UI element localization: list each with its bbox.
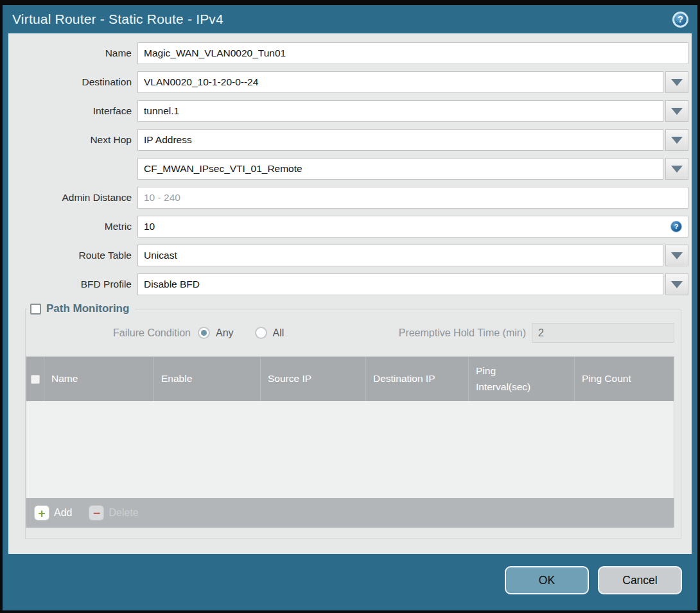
path-monitoring-section: Path Monitoring Failure Condition Any Al… xyxy=(25,302,681,539)
dialog-footer: OK Cancel xyxy=(3,554,697,610)
table-header-row: Name Enable Source IP Destination IP Pin… xyxy=(26,357,674,401)
destination-control xyxy=(137,71,688,93)
destination-label: Destination xyxy=(8,76,137,88)
admin-distance-input[interactable] xyxy=(137,187,688,209)
next-hop-address-control xyxy=(137,158,688,180)
path-monitoring-checkbox[interactable] xyxy=(30,304,41,315)
dialog-title: Virtual Router - Static Route - IPv4 xyxy=(12,12,223,27)
route-table-dropdown-button[interactable] xyxy=(665,245,688,266)
next-hop-type-input[interactable] xyxy=(137,129,663,151)
path-monitoring-legend: Path Monitoring xyxy=(28,302,135,315)
route-table-input[interactable] xyxy=(137,245,663,266)
path-monitoring-title: Path Monitoring xyxy=(46,302,129,315)
next-hop-control xyxy=(137,129,688,151)
name-label: Name xyxy=(8,47,137,59)
admin-distance-control xyxy=(137,187,688,209)
table-header-enable: Enable xyxy=(154,357,261,401)
next-hop-row: Next Hop xyxy=(8,129,688,151)
select-all-checkbox[interactable] xyxy=(31,375,40,384)
static-route-dialog: Virtual Router - Static Route - IPv4 ? N… xyxy=(3,5,697,610)
bfd-profile-input[interactable] xyxy=(137,273,663,295)
next-hop-label: Next Hop xyxy=(8,134,137,146)
metric-row: Metric ? xyxy=(8,216,688,237)
failure-condition-row: Failure Condition Any All Preemptive Hol… xyxy=(26,323,674,343)
failure-condition-radio-all[interactable] xyxy=(255,327,267,339)
metric-input[interactable] xyxy=(137,216,688,237)
chevron-down-icon xyxy=(671,79,683,86)
metric-help-icon[interactable]: ? xyxy=(670,221,682,232)
interface-label: Interface xyxy=(8,105,137,117)
table-header-name: Name xyxy=(44,357,154,401)
destination-dropdown-button[interactable] xyxy=(665,71,688,93)
delete-button-label: Delete xyxy=(109,507,138,519)
chevron-down-icon xyxy=(671,166,683,173)
dialog-frame: Virtual Router - Static Route - IPv4 ? N… xyxy=(0,0,700,613)
preemptive-hold-time-label: Preemptive Hold Time (min) xyxy=(399,327,526,339)
delete-button[interactable]: − Delete xyxy=(89,506,138,520)
add-button-label: Add xyxy=(54,507,72,519)
table-header-ping-interval: Ping Interval(sec) xyxy=(469,357,575,401)
bfd-profile-label: BFD Profile xyxy=(8,279,137,290)
route-table-label: Route Table xyxy=(8,250,137,261)
plus-icon: + xyxy=(35,506,49,520)
table-header-select-all-cell xyxy=(26,357,44,401)
metric-control: ? xyxy=(137,216,688,237)
route-table-control xyxy=(137,245,688,266)
chevron-down-icon xyxy=(671,108,683,115)
table-header-destination-ip: Destination IP xyxy=(366,357,469,401)
path-monitoring-table: Name Enable Source IP Destination IP Pin… xyxy=(26,356,674,528)
table-header-source-ip: Source IP xyxy=(261,357,366,401)
interface-row: Interface xyxy=(8,100,688,122)
help-icon[interactable]: ? xyxy=(672,12,688,28)
name-row: Name xyxy=(8,42,688,64)
route-table-row: Route Table xyxy=(8,245,688,266)
dialog-body: Name Destination Interface xyxy=(8,33,692,554)
failure-condition-radio-any[interactable] xyxy=(198,327,210,339)
table-toolbar: + Add − Delete xyxy=(26,498,674,528)
bfd-profile-dropdown-button[interactable] xyxy=(665,273,688,295)
cancel-button[interactable]: Cancel xyxy=(598,566,682,594)
interface-dropdown-button[interactable] xyxy=(665,100,688,122)
next-hop-address-dropdown-button[interactable] xyxy=(665,158,688,180)
next-hop-address-row xyxy=(8,158,688,180)
interface-control xyxy=(137,100,688,122)
next-hop-dropdown-button[interactable] xyxy=(665,129,688,151)
preemptive-hold-time-input[interactable] xyxy=(532,323,674,343)
table-header-ping-count: Ping Count xyxy=(575,357,674,401)
admin-distance-label: Admin Distance xyxy=(8,192,137,203)
name-control xyxy=(137,42,688,64)
failure-condition-any-label: Any xyxy=(216,327,234,339)
table-body-empty xyxy=(26,401,674,498)
bfd-profile-control xyxy=(137,273,688,295)
minus-icon: − xyxy=(89,506,103,520)
ok-button[interactable]: OK xyxy=(505,566,589,594)
admin-distance-row: Admin Distance xyxy=(8,187,688,209)
interface-input[interactable] xyxy=(137,100,663,122)
title-bar: Virtual Router - Static Route - IPv4 ? xyxy=(3,5,697,33)
destination-row: Destination xyxy=(8,71,688,93)
next-hop-address-input[interactable] xyxy=(137,158,663,180)
chevron-down-icon xyxy=(671,281,683,288)
chevron-down-icon xyxy=(671,252,683,259)
chevron-down-icon xyxy=(671,137,683,144)
bfd-profile-row: BFD Profile xyxy=(8,273,688,295)
metric-label: Metric xyxy=(8,221,137,232)
failure-condition-label: Failure Condition xyxy=(26,327,198,339)
name-input[interactable] xyxy=(137,42,688,64)
failure-condition-all-label: All xyxy=(273,327,284,339)
add-button[interactable]: + Add xyxy=(35,506,72,520)
destination-input[interactable] xyxy=(137,71,663,93)
